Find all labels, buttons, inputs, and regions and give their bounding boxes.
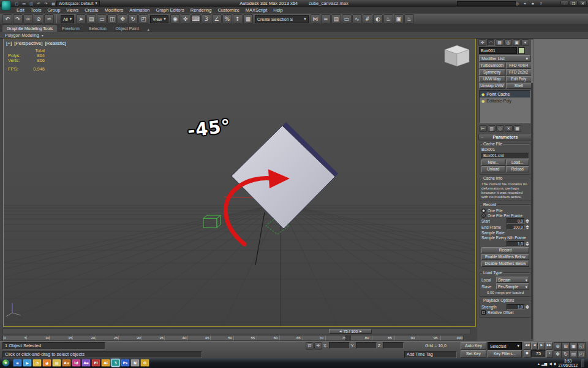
taskbar-indesign-icon[interactable]: Id bbox=[72, 359, 81, 367]
x-coordinate-field[interactable] bbox=[329, 342, 350, 349]
select-and-manipulate-icon[interactable]: ✜ bbox=[181, 14, 190, 24]
new-button[interactable]: New... bbox=[481, 159, 505, 166]
play-icon[interactable]: ▶ bbox=[538, 342, 545, 350]
curve-editor-icon[interactable]: ∿ bbox=[352, 14, 362, 24]
select-and-move-icon[interactable]: ✥ bbox=[118, 14, 127, 24]
menu-item[interactable]: Group bbox=[44, 7, 63, 13]
redo-icon[interactable]: ↷ bbox=[13, 14, 23, 24]
project-folder-icon[interactable]: ▤ bbox=[50, 1, 56, 6]
modifier-button[interactable]: Unwrap UVW bbox=[479, 83, 505, 89]
tray-expand-icon[interactable]: ▴ bbox=[538, 361, 540, 366]
make-unique-icon[interactable]: ◇ bbox=[496, 125, 504, 132]
go-to-end-icon[interactable]: ▶▶ bbox=[546, 342, 552, 350]
reference-coordinate-dropdown[interactable]: View ▾ bbox=[150, 15, 168, 23]
selection-lock-toggle-icon[interactable]: ⊡ bbox=[306, 342, 314, 350]
named-selection-sets-dropdown[interactable]: Create Selection S ▾ bbox=[255, 15, 309, 23]
auto-key-button[interactable]: Auto Key bbox=[461, 342, 486, 350]
select-and-link-icon[interactable]: ∞ bbox=[23, 14, 33, 24]
sample-spinner[interactable] bbox=[526, 242, 529, 246]
view-cube[interactable] bbox=[445, 45, 469, 66]
slave-dropdown[interactable]: Per-Sample▾ bbox=[496, 283, 529, 289]
new-scene-icon[interactable]: ▢ bbox=[13, 1, 20, 6]
remove-modifier-icon[interactable]: ✕ bbox=[505, 125, 513, 132]
viewport-canvas[interactable] bbox=[4, 39, 475, 326]
infocenter-search-input[interactable] bbox=[457, 1, 516, 6]
pan-icon[interactable]: ✥ bbox=[554, 350, 562, 358]
use-pivot-point-center-icon[interactable]: ◉ bbox=[170, 14, 180, 24]
viewport-general-menu[interactable]: [+] bbox=[6, 40, 12, 46]
end-frame-field[interactable]: 100,0 bbox=[507, 224, 525, 230]
time-slider-button[interactable]: ◂ 75 / 100 ▸ bbox=[329, 329, 372, 334]
keyboard-shortcut-override-icon[interactable]: ⌨ bbox=[191, 14, 201, 24]
unload-button[interactable]: Unload bbox=[481, 166, 505, 172]
favorites-icon[interactable]: ★ bbox=[530, 1, 536, 6]
key-filters-button[interactable]: Key Filters... bbox=[488, 350, 522, 358]
modifier-button[interactable]: FFD 2x2x2 bbox=[506, 69, 532, 75]
search-icon[interactable]: ◎ bbox=[514, 1, 520, 6]
taskbar-firefox-icon[interactable]: ◕ bbox=[42, 359, 51, 367]
visibility-bulb-icon[interactable]: ● bbox=[481, 99, 484, 103]
motion-tab-icon[interactable]: ◎ bbox=[504, 39, 512, 46]
menu-item[interactable]: MAXScript bbox=[243, 7, 270, 13]
material-editor-icon[interactable]: ◐ bbox=[373, 14, 383, 24]
modifier-button[interactable]: TurboSmooth bbox=[479, 63, 505, 69]
schematic-view-icon[interactable]: # bbox=[363, 14, 372, 24]
parameters-rollout-header[interactable]: − Parameters bbox=[478, 134, 532, 140]
save-file-icon[interactable]: ◫ bbox=[28, 1, 34, 6]
strength-spinner[interactable] bbox=[526, 305, 529, 309]
undo-icon[interactable]: ↶ bbox=[2, 14, 12, 24]
close-button[interactable]: ✕ bbox=[579, 1, 587, 6]
ribbon-tab[interactable]: Graphite Modeling Tools bbox=[2, 25, 57, 32]
taskbar-clock[interactable]: 3:53 27/06/2012 bbox=[558, 359, 578, 367]
open-file-icon[interactable]: ▭ bbox=[21, 1, 27, 6]
go-to-start-icon[interactable]: ◀◀ bbox=[524, 342, 530, 350]
menu-item[interactable]: Views bbox=[63, 7, 81, 13]
rectangular-selection-region-icon[interactable]: ▭ bbox=[97, 14, 107, 24]
menu-item[interactable]: Customize bbox=[214, 7, 242, 13]
enable-modifiers-button[interactable]: Enable Modifiers Below bbox=[481, 254, 529, 260]
create-tab-icon[interactable]: ✛ bbox=[478, 39, 486, 46]
taskbar-flash-icon[interactable]: Fl bbox=[91, 359, 100, 367]
tray-network-icon[interactable]: ▂▅ bbox=[541, 361, 547, 366]
menu-item[interactable]: Rendering bbox=[187, 7, 215, 13]
unlink-selection-icon[interactable]: ⊘ bbox=[34, 14, 43, 24]
polygon-modeling-panel-label[interactable]: Polygon Modeling bbox=[5, 33, 39, 37]
hierarchy-tab-icon[interactable]: ▤ bbox=[496, 39, 503, 46]
previous-frame-icon[interactable]: ◀ bbox=[531, 342, 538, 350]
menu-item[interactable]: Tools bbox=[28, 7, 45, 13]
sample-field[interactable]: 1,0 bbox=[507, 241, 525, 247]
menu-item[interactable]: Animation bbox=[126, 7, 153, 13]
taskbar-notepad-icon[interactable]: N bbox=[130, 359, 140, 367]
modifier-button[interactable]: Edit Poly bbox=[506, 76, 532, 82]
start-spinner[interactable] bbox=[526, 219, 529, 223]
y-coordinate-field[interactable] bbox=[356, 342, 377, 349]
modifier-button[interactable]: Shell bbox=[506, 83, 532, 89]
local-dropdown[interactable]: Stream▾ bbox=[496, 277, 529, 283]
taskbar-illustrator-icon[interactable]: Ai bbox=[101, 359, 110, 367]
ribbon-tab[interactable]: Selection bbox=[85, 25, 111, 32]
configure-modifier-sets-icon[interactable]: ▦ bbox=[513, 125, 521, 132]
modifier-button[interactable]: UVW Map bbox=[479, 76, 505, 82]
help-icon[interactable]: ? bbox=[538, 1, 544, 6]
relative-offset-checkbox[interactable] bbox=[481, 310, 486, 315]
z-coordinate-field[interactable] bbox=[383, 342, 404, 349]
maximize-viewport-icon[interactable]: ◰ bbox=[578, 350, 586, 358]
display-tab-icon[interactable]: ▣ bbox=[513, 39, 521, 46]
taskbar-after-effects-icon[interactable]: Ae bbox=[81, 359, 91, 367]
modifier-button[interactable]: Symmetry bbox=[479, 69, 505, 75]
window-crossing-icon[interactable]: ◫ bbox=[107, 14, 117, 24]
zoom-icon[interactable]: ⊕ bbox=[554, 342, 562, 350]
redo-icon[interactable]: ↷ bbox=[43, 1, 49, 6]
align-icon[interactable]: ≡ bbox=[321, 14, 331, 24]
pin-stack-icon[interactable]: ⊢ bbox=[479, 125, 487, 132]
taskbar-outlook-icon[interactable]: O bbox=[140, 359, 149, 367]
taskbar-explorer-icon[interactable]: ▤ bbox=[52, 359, 61, 367]
object-name-field[interactable]: Box001 bbox=[479, 47, 517, 54]
command-panel-scrollbar[interactable] bbox=[531, 40, 533, 339]
start-button[interactable]: ❖ bbox=[2, 359, 10, 367]
zoom-all-icon[interactable]: ⊞ bbox=[562, 342, 570, 350]
next-frame-icon[interactable]: ▸ bbox=[546, 350, 553, 358]
workspace-dropdown[interactable]: Workspace: Default ▾ bbox=[56, 1, 100, 6]
3ds-max-logo-icon[interactable] bbox=[1, 1, 11, 10]
select-by-name-icon[interactable]: ▤ bbox=[86, 14, 96, 24]
